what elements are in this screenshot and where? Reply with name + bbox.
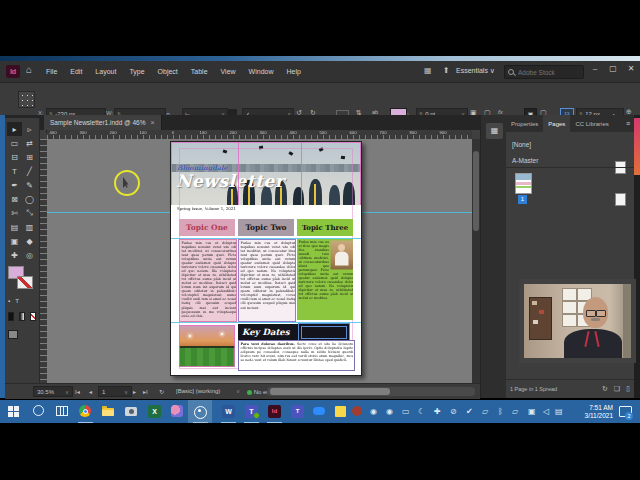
free-transform-tool[interactable]: ⤡ bbox=[22, 206, 37, 220]
new-page-icon[interactable]: ❏ bbox=[614, 385, 620, 393]
edit-page-size-icon[interactable]: ↻ bbox=[602, 385, 608, 393]
pasteboard[interactable]: Bloomingdale Newsletter Spring Issue, Vo… bbox=[47, 139, 472, 383]
key-dates-text-frame[interactable]: Para veut dolorae daeribus. Secto cone e… bbox=[238, 340, 355, 371]
teams-chat-icon[interactable]: T bbox=[291, 405, 304, 418]
shape-tool[interactable]: ◯ bbox=[22, 192, 37, 206]
tray-folder-icon[interactable]: ▱ bbox=[482, 407, 488, 417]
tab-properties[interactable]: Properties bbox=[506, 115, 543, 132]
horizontal-scrollbar[interactable] bbox=[267, 387, 475, 396]
note-tool[interactable]: ▣ bbox=[7, 234, 22, 248]
page-tool[interactable]: ▭ bbox=[7, 136, 22, 150]
taskbar-clock[interactable]: 7:51 AM 3/11/2021 bbox=[565, 404, 613, 420]
content-collector-tool[interactable]: ⊟ bbox=[7, 150, 22, 164]
pen-tool[interactable]: ✒ bbox=[7, 178, 22, 192]
menu-table[interactable]: Table bbox=[191, 68, 208, 75]
page-1-thumbnail[interactable] bbox=[515, 173, 532, 194]
menu-type[interactable]: Type bbox=[129, 68, 144, 75]
tab-close-icon[interactable]: × bbox=[150, 119, 154, 126]
cortana-icon[interactable] bbox=[33, 405, 46, 418]
preflight-profile[interactable]: [Basic] (working) ∨ bbox=[173, 386, 243, 395]
tray-record2-icon[interactable]: ◉ bbox=[386, 407, 393, 417]
file-explorer-icon[interactable] bbox=[102, 405, 115, 418]
newsletter-page[interactable]: Bloomingdale Newsletter Spring Issue, Vo… bbox=[170, 141, 362, 376]
eyedropper-tool[interactable]: ◆ bbox=[22, 234, 37, 248]
menu-layout[interactable]: Layout bbox=[95, 68, 116, 75]
touch-keyboard-icon[interactable]: ▤ bbox=[555, 407, 563, 417]
tray-volume-icon[interactable]: ◁ bbox=[543, 407, 549, 417]
tray-health-icon[interactable]: ✚ bbox=[434, 407, 441, 417]
menu-file[interactable]: File bbox=[46, 68, 57, 75]
vertical-scrollbar[interactable] bbox=[472, 139, 480, 383]
document-tab[interactable]: Sample Newsletter1.indd @ 46% × bbox=[44, 115, 162, 130]
gradient-tool[interactable]: ▤ bbox=[7, 220, 22, 234]
scrollbar-thumb[interactable] bbox=[473, 151, 479, 231]
page-number-dropdown[interactable]: 1 ∨ bbox=[98, 386, 132, 397]
minimize-icon[interactable]: – bbox=[588, 64, 602, 73]
stock-search[interactable] bbox=[504, 65, 584, 79]
selection-tool[interactable]: ▸ bbox=[7, 122, 22, 136]
topic-two-header[interactable]: Topic Two bbox=[238, 219, 294, 236]
apply-gradient-icon[interactable] bbox=[19, 312, 25, 321]
tray-files-icon[interactable]: ▱ bbox=[512, 407, 518, 417]
gradient-feather-tool[interactable]: ▥ bbox=[22, 220, 37, 234]
tray-bluetooth-icon[interactable]: ᛒ bbox=[498, 407, 503, 417]
sticky-notes-icon[interactable] bbox=[335, 405, 348, 418]
tray-nightlight-icon[interactable]: ☾ bbox=[418, 407, 425, 417]
word-icon[interactable]: W bbox=[222, 405, 235, 418]
maximize-icon[interactable]: ▢ bbox=[606, 64, 620, 73]
next-page-icon[interactable]: ▸ bbox=[133, 388, 136, 395]
publish-online-icon[interactable]: ▦ bbox=[424, 66, 432, 75]
stadium-photo-frame[interactable] bbox=[179, 325, 235, 367]
screen-recorder-icon[interactable] bbox=[194, 405, 207, 418]
panel-menu-icon[interactable]: ≡ bbox=[622, 115, 634, 132]
page-1-badge[interactable]: 1 bbox=[518, 195, 527, 204]
line-tool[interactable]: ╱ bbox=[22, 164, 37, 178]
topic-two-text-frame[interactable]: Pudae min cus et doluptur mquibus nonsin… bbox=[238, 239, 296, 322]
gap-tool[interactable]: ⇄ bbox=[22, 136, 37, 150]
prev-page-icon[interactable]: ◂ bbox=[89, 388, 92, 395]
selected-frame[interactable] bbox=[301, 326, 347, 339]
menu-object[interactable]: Object bbox=[158, 68, 178, 75]
tray-blocked-icon[interactable]: ⊘ bbox=[450, 407, 457, 417]
teams-icon[interactable]: T bbox=[245, 405, 258, 418]
scrollbar-thumb[interactable] bbox=[270, 388, 390, 395]
reference-point-grid[interactable] bbox=[18, 91, 35, 108]
zoom-app-icon[interactable] bbox=[313, 405, 326, 418]
master-none-row[interactable]: [None] bbox=[506, 137, 634, 152]
topic-three-header[interactable]: Topic Three bbox=[297, 219, 353, 236]
share-icon[interactable]: ⬆ bbox=[443, 66, 450, 75]
task-view-icon[interactable] bbox=[56, 405, 69, 418]
zoom-level-dropdown[interactable]: 30.5% ∨ bbox=[33, 386, 73, 397]
rotate-spread-icon[interactable]: ↻ bbox=[159, 388, 164, 395]
close-icon[interactable]: ✕ bbox=[624, 64, 638, 73]
indesign-logo-icon[interactable]: Id bbox=[6, 65, 20, 78]
topic-three-text-frame[interactable]: Pudae min cus es et ficie que magis fica… bbox=[297, 239, 353, 320]
tray-battery-icon[interactable]: ▭ bbox=[402, 407, 410, 417]
excel-icon[interactable]: X bbox=[148, 405, 161, 418]
workspace-switcher[interactable]: Essentials ∨ bbox=[456, 67, 495, 75]
hand-tool[interactable]: ✚ bbox=[7, 248, 22, 262]
pencil-tool[interactable]: ✎ bbox=[22, 178, 37, 192]
tray-security-icon[interactable]: ✔ bbox=[466, 407, 473, 417]
indesign-taskbar-icon[interactable]: Id bbox=[268, 405, 281, 418]
frame-tool[interactable]: ⊠ bbox=[7, 192, 22, 206]
tab-pages[interactable]: Pages bbox=[543, 115, 570, 132]
tray-record-icon[interactable]: ◉ bbox=[370, 407, 377, 417]
apply-color-icon[interactable] bbox=[8, 312, 14, 321]
camera-app-icon[interactable] bbox=[125, 405, 138, 418]
screen-mode-icon[interactable] bbox=[8, 330, 18, 339]
direct-selection-tool[interactable]: ▹ bbox=[22, 122, 37, 136]
delete-page-icon[interactable]: ▯ bbox=[626, 385, 630, 393]
zoom-tool[interactable]: ◎ bbox=[22, 248, 37, 262]
menu-edit[interactable]: Edit bbox=[70, 68, 82, 75]
start-button[interactable] bbox=[8, 405, 21, 418]
formatting-container-icon[interactable]: ▪ bbox=[8, 298, 10, 304]
topic-one-header[interactable]: Topic One bbox=[179, 219, 235, 236]
chrome-icon[interactable] bbox=[79, 405, 92, 418]
topic-one-text-frame[interactable]: Pudae min cus et doluptur mquibus nonsin… bbox=[179, 239, 237, 322]
menu-window[interactable]: Window bbox=[249, 68, 274, 75]
last-page-icon[interactable]: ▸Ⅰ bbox=[143, 388, 148, 395]
menu-help[interactable]: Help bbox=[286, 68, 300, 75]
search-input[interactable] bbox=[516, 68, 572, 77]
home-icon[interactable]: ⌂ bbox=[26, 64, 32, 75]
